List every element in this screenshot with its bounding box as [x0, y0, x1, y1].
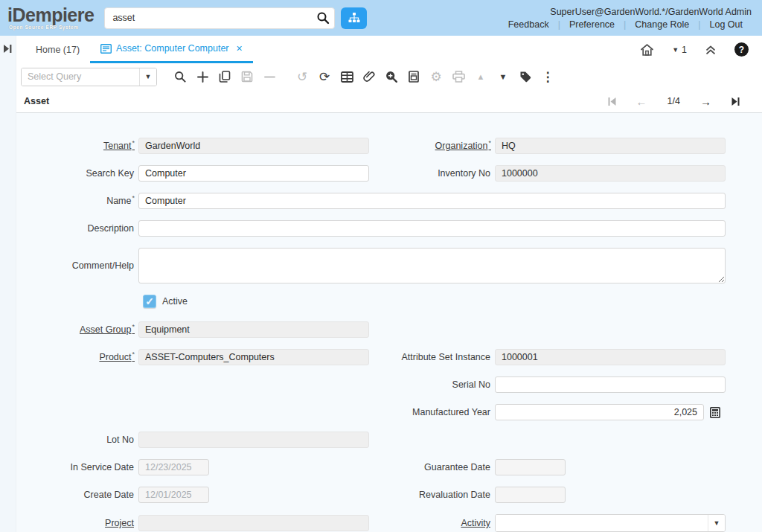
activity-dropdown-button[interactable]: ▼	[708, 515, 725, 531]
copy-icon	[219, 71, 231, 83]
form-row: Asset Group	[16, 321, 762, 338]
inventory-no-field[interactable]	[495, 165, 726, 182]
project-label: Project	[16, 518, 134, 528]
collapse-all-icon[interactable]	[705, 44, 717, 55]
refresh-button[interactable]: ⟳	[313, 67, 336, 86]
attribute-set-instance-field[interactable]	[495, 349, 726, 365]
minus-icon	[264, 71, 275, 83]
organization-field[interactable]	[495, 138, 726, 154]
inventory-no-label: Inventory No	[374, 168, 490, 179]
description-label: Description	[16, 223, 134, 234]
report-button[interactable]	[403, 67, 425, 86]
feedback-link[interactable]: Feedback	[499, 19, 558, 30]
window-tab-bar: Home (17) Asset: Computer Computer × ▼ 1	[16, 36, 762, 63]
zoom-in-icon	[385, 71, 397, 83]
change-role-link[interactable]: Change Role	[626, 19, 698, 30]
comment-help-field[interactable]	[138, 248, 726, 283]
form-row: Project Activity ▼	[16, 514, 762, 532]
next-record-button[interactable]: →	[700, 95, 711, 108]
search-icon[interactable]	[316, 11, 330, 25]
home-icon[interactable]	[640, 43, 654, 57]
chevron-down-icon: ▼	[672, 46, 679, 54]
logged-in-user: SuperUser@GardenWorld.*/GardenWorld Admi…	[550, 7, 752, 17]
label-button[interactable]	[514, 67, 537, 86]
app-logo[interactable]: iDempiere Open Source ERP System	[7, 6, 94, 31]
zoom-across-button[interactable]	[380, 67, 403, 86]
calculator-icon[interactable]	[710, 407, 720, 418]
tab-home[interactable]: Home (17)	[25, 36, 90, 63]
form-row: Create Date Revaluation Date	[16, 487, 762, 503]
undo-button[interactable]: ↺	[291, 67, 313, 86]
active-label: Active	[162, 296, 188, 307]
tenant-field[interactable]	[138, 138, 369, 154]
new-record-button[interactable]	[191, 67, 214, 86]
active-checkbox[interactable]: ✓	[143, 295, 156, 308]
activity-field[interactable]	[496, 515, 708, 531]
process-button[interactable]: ⚙	[425, 67, 447, 86]
panel-title: Asset	[24, 96, 49, 106]
manufactured-year-label: Manufactured Year	[374, 407, 490, 417]
tag-icon	[519, 71, 531, 83]
form-row: Comment/Help	[16, 248, 762, 283]
search-key-field[interactable]	[138, 165, 369, 182]
vertical-ellipsis-icon: ⋮	[542, 71, 554, 83]
refresh-icon: ⟳	[319, 71, 330, 83]
tab-asset-active[interactable]: Asset: Computer Computer ×	[90, 36, 253, 63]
expand-sidebar-icon[interactable]	[4, 45, 12, 532]
asset-group-field[interactable]	[138, 321, 369, 338]
save-icon	[241, 71, 253, 83]
parent-record-button[interactable]: ▲	[470, 67, 492, 86]
save-button[interactable]	[236, 67, 258, 86]
undo-icon: ↺	[297, 71, 307, 83]
close-tab-icon[interactable]: ×	[237, 42, 243, 54]
in-service-date-field[interactable]	[138, 459, 209, 475]
menu-lookup-button[interactable]	[341, 7, 367, 29]
printer-icon	[452, 71, 465, 83]
serial-no-field[interactable]	[495, 376, 726, 393]
search-icon	[174, 71, 186, 83]
find-record-button[interactable]	[169, 67, 191, 86]
organization-label: Organization	[374, 141, 490, 151]
name-field[interactable]	[138, 193, 726, 209]
tab-asset-label: Asset: Computer Computer	[116, 43, 228, 54]
plus-icon	[197, 71, 208, 83]
project-field[interactable]	[138, 515, 369, 531]
window-toolbar: ▼ ↺	[16, 63, 762, 90]
sidebar-collapsed-strip	[0, 36, 16, 532]
description-field[interactable]	[138, 220, 726, 237]
manufactured-year-field[interactable]	[495, 404, 704, 420]
global-search-input[interactable]	[112, 13, 316, 23]
preference-link[interactable]: Preference	[560, 19, 624, 30]
revaluation-date-field[interactable]	[495, 487, 566, 503]
lot-no-field[interactable]	[138, 432, 369, 448]
copy-record-button[interactable]	[214, 67, 236, 86]
attachment-button[interactable]	[358, 67, 380, 86]
first-record-button[interactable]	[608, 97, 616, 106]
product-field[interactable]	[138, 349, 369, 365]
form-row: Manufactured Year	[16, 404, 762, 420]
help-icon[interactable]: ?	[734, 42, 749, 57]
more-options-button[interactable]: ⋮	[537, 67, 559, 86]
record-selector[interactable]: ▼ 1	[672, 45, 687, 55]
guarantee-date-field[interactable]	[495, 459, 566, 475]
select-query-dropdown-button[interactable]: ▼	[139, 68, 156, 86]
global-search-box	[104, 7, 335, 29]
previous-record-button[interactable]: ←	[636, 95, 647, 108]
logout-link[interactable]: Log Out	[701, 19, 752, 30]
detail-record-button[interactable]: ▼	[492, 67, 514, 86]
in-service-date-label: In Service Date	[16, 462, 134, 472]
gear-icon: ⚙	[430, 71, 441, 83]
last-record-button[interactable]	[731, 97, 740, 106]
tabbar-controls: ▼ 1 ?	[640, 36, 762, 63]
paperclip-icon	[363, 71, 375, 83]
delete-record-button[interactable]	[258, 67, 281, 86]
chevron-down-icon: ▼	[145, 73, 152, 80]
form-row: In Service Date Guarantee Date	[16, 459, 762, 475]
top-header-bar: iDempiere Open Source ERP System SuperUs…	[0, 0, 762, 36]
guarantee-date-label: Guarantee Date	[374, 462, 490, 472]
select-query-input[interactable]	[22, 68, 139, 86]
create-date-field[interactable]	[138, 487, 209, 503]
top-right-area: SuperUser@GardenWorld.*/GardenWorld Admi…	[499, 7, 752, 30]
grid-toggle-button[interactable]	[336, 67, 358, 86]
print-button[interactable]	[447, 67, 470, 86]
